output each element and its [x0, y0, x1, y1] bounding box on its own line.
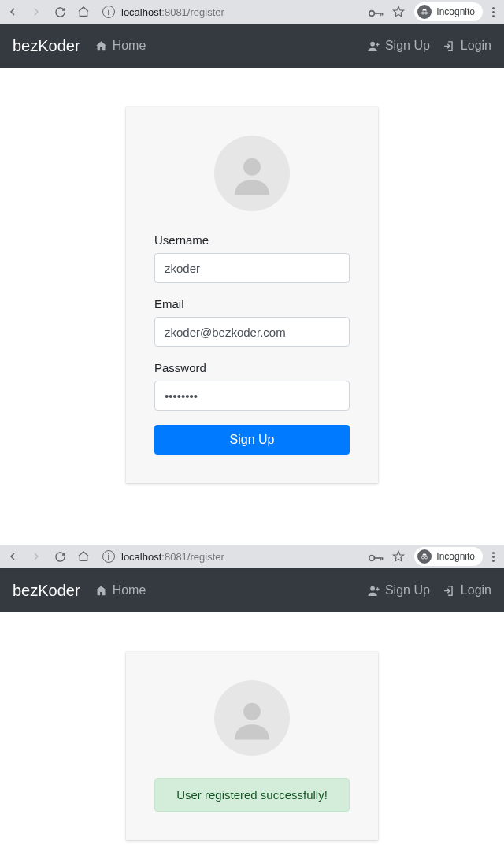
login-icon	[443, 39, 456, 53]
password-label: Password	[154, 361, 350, 374]
avatar-placeholder-icon	[214, 680, 290, 756]
url-port: :8081	[161, 6, 187, 18]
nav-login-label: Login	[461, 39, 491, 53]
browser-chrome-1: i localhost:8081/register Incognito bezK…	[0, 0, 504, 523]
navbar-right-2: Sign Up Login	[367, 583, 491, 597]
browser-right-icons: Incognito	[369, 2, 498, 21]
password-input[interactable]	[154, 381, 350, 411]
svg-point-7	[370, 41, 375, 46]
browser-right-icons-2: Incognito	[369, 547, 498, 566]
username-group: Username	[154, 233, 350, 283]
svg-point-5	[422, 12, 424, 14]
house-icon	[94, 584, 108, 597]
url-path: /register	[187, 6, 224, 18]
nav-link-login[interactable]: Login	[443, 583, 491, 597]
back-icon[interactable]	[6, 6, 19, 18]
svg-rect-11	[380, 557, 381, 560]
login-icon	[443, 584, 456, 597]
incognito-icon	[417, 5, 432, 19]
register-content: Username Email Password Sign Up	[0, 68, 504, 523]
url-text: localhost:8081/register	[121, 6, 224, 18]
svg-point-6	[425, 12, 428, 14]
incognito-icon	[417, 549, 432, 564]
svg-marker-4	[394, 6, 404, 17]
username-label: Username	[154, 233, 350, 247]
register-card: Username Email Password Sign Up	[126, 107, 378, 483]
nav-login-label: Login	[461, 583, 491, 597]
svg-point-14	[422, 556, 424, 559]
svg-point-9	[369, 556, 375, 561]
avatar-container-2	[154, 680, 350, 756]
svg-point-15	[425, 556, 428, 559]
success-alert: User registered successfully!	[154, 778, 350, 812]
menu-icon[interactable]	[492, 7, 495, 17]
star-icon[interactable]	[392, 550, 405, 563]
nav-link-signup[interactable]: Sign Up	[367, 583, 430, 597]
key-icon[interactable]	[369, 552, 383, 561]
incognito-indicator-2[interactable]: Incognito	[414, 547, 483, 566]
svg-marker-13	[394, 551, 404, 561]
url-port: :8081	[161, 551, 187, 563]
nav-link-signup[interactable]: Sign Up	[367, 39, 430, 53]
svg-rect-3	[382, 13, 384, 15]
email-group: Email	[154, 297, 350, 347]
svg-rect-12	[382, 557, 384, 560]
forward-icon[interactable]	[30, 550, 43, 563]
back-icon[interactable]	[6, 550, 19, 563]
app-navbar-2: bezKoder Home Sign Up Login	[0, 568, 504, 612]
star-icon[interactable]	[392, 6, 405, 18]
svg-point-8	[243, 158, 261, 176]
user-plus-icon	[367, 584, 380, 597]
nav-link-home[interactable]: Home	[94, 583, 146, 597]
email-input[interactable]	[154, 317, 350, 347]
avatar-container	[154, 136, 350, 211]
reload-icon[interactable]	[54, 6, 66, 18]
result-card: User registered successfully!	[126, 652, 378, 840]
svg-rect-2	[380, 13, 381, 16]
navbar-left: bezKoder Home	[13, 37, 146, 55]
password-group: Password	[154, 361, 350, 411]
incognito-indicator[interactable]: Incognito	[414, 2, 483, 21]
username-input[interactable]	[154, 253, 350, 283]
svg-point-0	[369, 11, 375, 17]
app-navbar: bezKoder Home Sign Up Login	[0, 24, 504, 68]
menu-icon[interactable]	[492, 552, 495, 562]
address-bar[interactable]: i localhost:8081/register	[99, 6, 359, 18]
browser-chrome-2: i localhost:8081/register Incognito bezK…	[0, 545, 504, 867]
nav-signup-label: Sign Up	[385, 39, 430, 53]
home-icon[interactable]	[77, 6, 90, 18]
nav-link-home[interactable]: Home	[94, 39, 146, 53]
navbar-left-2: bezKoder Home	[13, 582, 146, 600]
nav-home-label: Home	[113, 39, 146, 53]
incognito-label: Incognito	[436, 6, 475, 17]
brand-logo[interactable]: bezKoder	[13, 37, 80, 55]
browser-nav-controls	[6, 6, 90, 18]
incognito-label: Incognito	[436, 551, 475, 562]
key-icon[interactable]	[369, 7, 383, 17]
house-icon	[94, 39, 108, 53]
nav-home-label: Home	[113, 583, 146, 597]
signup-button[interactable]: Sign Up	[154, 425, 350, 455]
email-label: Email	[154, 297, 350, 311]
result-content: User registered successfully!	[0, 612, 504, 867]
url-path: /register	[187, 551, 224, 563]
navbar-right: Sign Up Login	[367, 39, 491, 53]
site-info-icon[interactable]: i	[102, 6, 115, 18]
url-text-2: localhost:8081/register	[121, 551, 224, 563]
user-plus-icon	[367, 39, 380, 53]
site-info-icon[interactable]: i	[102, 550, 115, 563]
svg-point-16	[370, 586, 375, 590]
home-icon[interactable]	[77, 550, 90, 563]
forward-icon[interactable]	[30, 6, 43, 18]
nav-link-login[interactable]: Login	[443, 39, 491, 53]
browser-nav-controls-2	[6, 550, 90, 563]
address-bar-2[interactable]: i localhost:8081/register	[99, 550, 359, 563]
svg-point-17	[243, 703, 261, 720]
brand-logo[interactable]: bezKoder	[13, 582, 80, 600]
avatar-placeholder-icon	[214, 136, 290, 211]
url-host: localhost	[121, 6, 161, 18]
browser-toolbar-2: i localhost:8081/register Incognito	[0, 545, 504, 568]
reload-icon[interactable]	[54, 550, 66, 563]
url-host: localhost	[121, 551, 161, 563]
browser-toolbar: i localhost:8081/register Incognito	[0, 0, 504, 24]
